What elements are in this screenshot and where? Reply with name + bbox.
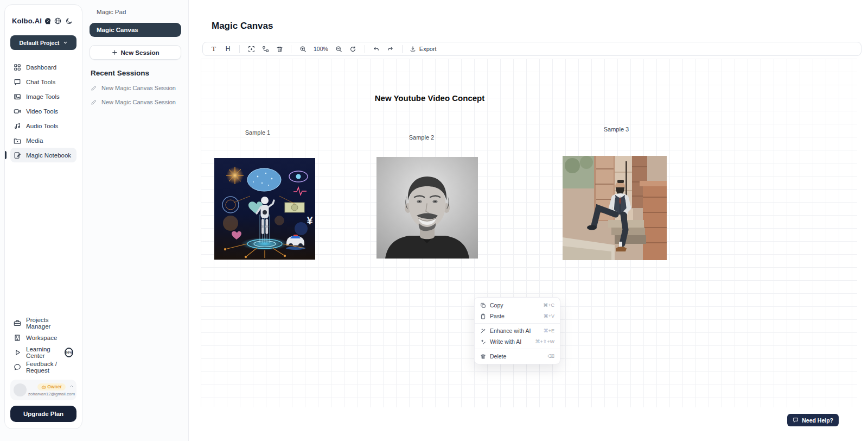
sidebar-item-workspace[interactable]: Workspace: [10, 330, 76, 345]
video-camera-icon: [14, 108, 21, 115]
text-tool-button[interactable]: T: [207, 43, 220, 54]
ai-select-area-button[interactable]: [245, 43, 258, 54]
account-card[interactable]: Owner zoharvan12@gmail.com: [10, 380, 76, 400]
sidebar-item-media[interactable]: Media: [10, 133, 76, 148]
project-selector[interactable]: Default Project: [10, 35, 76, 50]
trash-icon: [276, 46, 283, 53]
brain-head-icon: [43, 16, 52, 25]
sidebar-footer-nav: Projects Manager Workspace Learning Cent…: [10, 316, 76, 374]
menu-item-shortcut: ⌘+⇧+W: [535, 339, 554, 344]
sidebar-item-label: Feedback / Request: [26, 361, 73, 374]
zoom-in-button[interactable]: [296, 43, 309, 54]
sample-3-image[interactable]: [563, 156, 667, 260]
sample-3-label[interactable]: Sample 3: [586, 126, 646, 133]
building-icon: [14, 334, 21, 342]
magic-notebook-icon: [14, 152, 21, 159]
redo-button[interactable]: [384, 43, 397, 54]
sidebar-item-label: Magic Notebook: [26, 152, 71, 159]
sidebar-item-feedback-request[interactable]: Feedback / Request: [10, 360, 76, 374]
menu-divider: [475, 349, 560, 349]
sample-1-image[interactable]: ¥: [214, 158, 315, 260]
play-icon: [14, 349, 21, 356]
toolbar-separator: [402, 45, 403, 53]
export-button[interactable]: Export: [407, 46, 439, 52]
sidebar-item-magic-notebook[interactable]: Magic Notebook: [10, 148, 76, 162]
sidebar-item-label: Workspace: [26, 335, 57, 341]
sparkle-pen-icon: [480, 339, 486, 345]
menu-item-label: Enhance with AI: [490, 327, 531, 334]
delete-tool-button[interactable]: [273, 43, 286, 54]
tab-magic-pad[interactable]: Magic Pad: [90, 8, 181, 23]
session-list-item[interactable]: New Magic Canvas Session: [90, 80, 181, 94]
music-note-icon: [14, 122, 21, 130]
sidebar: Kolbo.AI Default Project Dashboard: [4, 4, 82, 429]
crown-icon: [41, 385, 46, 389]
sidebar-item-label: Projects Manager: [26, 317, 73, 330]
toolbar-separator: [365, 45, 365, 53]
reset-view-button[interactable]: [347, 43, 360, 54]
menu-item-label: Copy: [490, 302, 503, 308]
media-folder-icon: [14, 137, 21, 144]
owner-badge-label: Owner: [47, 384, 61, 389]
heading-tool-button[interactable]: H: [221, 43, 234, 54]
briefcase-icon: [14, 319, 21, 327]
menu-item-write-with-ai[interactable]: Write with AI ⌘+⇧+W: [475, 336, 560, 347]
avatar: [14, 383, 27, 396]
sidebar-item-label: Dashboard: [26, 64, 56, 71]
toolbar-separator: [239, 45, 240, 53]
dark-mode-moon-icon[interactable]: [63, 15, 75, 27]
copy-icon: [480, 303, 486, 308]
new-session-button[interactable]: New Session: [90, 45, 181, 60]
sidebar-item-chat-tools[interactable]: Chat Tools: [10, 74, 76, 89]
zoom-out-button[interactable]: [333, 43, 346, 54]
select-area-icon: [248, 46, 255, 53]
page-title: Magic Canvas: [212, 21, 273, 32]
sample-2-label[interactable]: Sample 2: [392, 134, 451, 141]
menu-divider: [475, 323, 560, 324]
connector-tool-button[interactable]: [259, 43, 272, 54]
zoom-out-icon: [335, 46, 342, 53]
owner-badge: Owner: [37, 383, 65, 390]
session-list-item[interactable]: New Magic Canvas Session: [90, 94, 181, 109]
sidebar-item-label: Chat Tools: [26, 79, 55, 85]
toolbar-separator: [291, 45, 291, 53]
sample-2-image[interactable]: [376, 157, 478, 259]
menu-item-delete[interactable]: Delete ⌫: [475, 351, 560, 362]
session-item-label: New Magic Canvas Session: [101, 85, 176, 91]
menu-item-enhance-with-ai[interactable]: Enhance with AI ⌘+E: [475, 325, 560, 336]
session-item-label: New Magic Canvas Session: [101, 99, 176, 105]
sidebar-item-label: Video Tools: [26, 108, 58, 115]
undo-icon: [373, 46, 380, 53]
sidebar-item-audio-tools[interactable]: Audio Tools: [10, 118, 76, 133]
logo-row: Kolbo.AI: [10, 15, 76, 27]
sidebar-item-image-tools[interactable]: Image Tools: [10, 89, 76, 104]
undo-button[interactable]: [370, 43, 383, 54]
learning-progress-badge: 66%: [65, 348, 73, 357]
tab-magic-canvas[interactable]: Magic Canvas: [90, 23, 181, 37]
canvas-toolbar: T H 100%: [202, 42, 861, 56]
upgrade-plan-button[interactable]: Upgrade Plan: [10, 406, 76, 422]
sidebar-item-projects-manager[interactable]: Projects Manager: [10, 316, 76, 330]
canvas-heading[interactable]: New Youtube Video Concept: [337, 93, 522, 103]
sidebar-item-label: Learning Center: [26, 346, 58, 359]
menu-item-shortcut: ⌘+E: [544, 328, 554, 333]
magic-wand-icon: [480, 328, 486, 334]
context-menu: Copy ⌘+C Paste ⌘+V Enhance with AI ⌘+E: [474, 297, 560, 364]
connector-flow-icon: [262, 46, 269, 53]
sample-1-label[interactable]: Sample 1: [228, 129, 288, 136]
menu-item-paste[interactable]: Paste ⌘+V: [475, 311, 560, 322]
sidebar-item-dashboard[interactable]: Dashboard: [10, 60, 76, 74]
new-session-label: New Session: [121, 49, 159, 56]
download-icon: [410, 46, 416, 52]
menu-item-copy[interactable]: Copy ⌘+C: [475, 300, 560, 311]
image-icon: [14, 93, 21, 100]
sidebar-item-video-tools[interactable]: Video Tools: [10, 104, 76, 118]
sidebar-item-learning-center[interactable]: Learning Center 66%: [10, 345, 76, 360]
chevron-up-icon: [69, 384, 74, 388]
project-selector-label: Default Project: [19, 40, 59, 46]
export-label: Export: [419, 46, 437, 52]
language-globe-icon[interactable]: [52, 15, 63, 27]
need-help-button[interactable]: Need Help?: [787, 414, 839, 426]
magic-canvas-surface[interactable]: New Youtube Video Concept Sample 1 Sampl…: [201, 59, 857, 407]
recent-sessions-title: Recent Sessions: [91, 69, 181, 77]
